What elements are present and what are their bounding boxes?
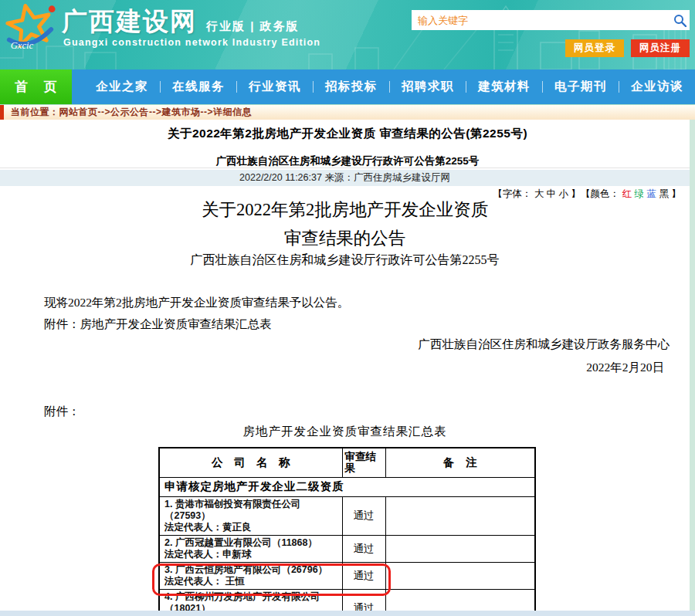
header-company: 公 司 名 称 xyxy=(159,448,342,477)
company-name: 3. 广西云恒房地产有限公司（26796） xyxy=(164,564,337,576)
article-title-line1: 关于2022年第2批房地产开发企业资质 xyxy=(0,195,690,224)
remark-cell xyxy=(385,562,535,589)
breadcrumb[interactable]: 当前位置：网站首页-->公示公告-->建筑市场-->详细信息 xyxy=(11,106,252,119)
header-result: 审查结果 xyxy=(342,448,385,477)
search-box xyxy=(412,10,690,30)
remark-cell xyxy=(385,535,535,562)
member-register-button[interactable]: 网员注册 xyxy=(631,39,690,57)
nav-item-industry-news[interactable]: 行业资讯 xyxy=(237,79,313,95)
main-navigation: 首 页 企业之家 在线服务 行业资讯 招标投标 招聘求职 建筑材料 电子期刊 企… xyxy=(0,69,695,104)
nav-item-bidding[interactable]: 招标投标 xyxy=(314,79,389,95)
legal-representative: 法定代表人：申新球 xyxy=(164,549,337,560)
nav-item-home[interactable]: 首 页 xyxy=(0,69,72,104)
breadcrumb-accent xyxy=(0,105,4,120)
nav-item-enterprise-interview[interactable]: 企业访谈 xyxy=(619,79,695,95)
review-result: 通过 xyxy=(342,496,385,535)
article-title: 关于2022年第2批房地产开发企业资质 审查结果的公告 xyxy=(0,195,690,252)
site-title-english: Guangxi construction network Industry Ed… xyxy=(63,37,320,48)
site-title: 广西建设网 xyxy=(62,5,197,39)
page: Gxcic 广西建设网 行业版 | 政务版 Guangxi constructi… xyxy=(0,0,695,616)
breadcrumb-bar: 当前位置：网站首页-->公示公告-->建筑市场-->详细信息 xyxy=(0,104,695,120)
table-row: 3. 广西云恒房地产有限公司（26796） 法定代表人： 王恒 通过 xyxy=(159,562,535,589)
legal-representative: 法定代表人：黄正良 xyxy=(164,522,337,533)
article-title-line2: 审查结果的公告 xyxy=(0,224,690,252)
site-logo-star-icon[interactable]: Gxcic xyxy=(5,2,57,55)
search-icon xyxy=(673,14,687,27)
search-button[interactable] xyxy=(670,10,690,30)
attachment-label: 附件： xyxy=(44,404,80,420)
article-paragraph: 现将2022年第2批房地产开发企业资质审查结果予以公告。 xyxy=(44,295,349,311)
logo-script-text: Gxcic xyxy=(11,40,34,51)
bottom-edge-strip xyxy=(0,611,695,616)
review-result: 通过 xyxy=(342,562,385,589)
nav-item-building-materials[interactable]: 建筑材料 xyxy=(466,79,542,95)
table-row: 1. 贵港市福创投资有限责任公司（27593） 法定代表人：黄正良 通过 xyxy=(159,496,535,535)
divider-line xyxy=(0,168,690,168)
legal-representative: 法定代表人： 王恒 xyxy=(164,576,337,587)
result-table-wrapper: 公 司 名 称 审查结果 备 注 申请核定房地产开发企业二级资质 1. 贵港市福… xyxy=(158,447,534,616)
article-subtitle: 广西壮族自治区住房和城乡建设厅行政许可公告第2255号 xyxy=(0,252,690,269)
issue-date: 2022年2月20日 xyxy=(586,360,664,376)
company-name: 2. 广西冠越置业有限公司（11868） xyxy=(164,537,337,549)
site-banner: Gxcic 广西建设网 行业版 | 政务版 Guangxi constructi… xyxy=(0,0,695,69)
table-section-row: 申请核定房地产开发企业二级资质 xyxy=(159,477,535,496)
nav-item-e-journal[interactable]: 电子期刊 xyxy=(543,79,619,95)
article-content: 关于2022年第2批房地产开发企业资质 审查结果的公告(第2255号) 广西壮族… xyxy=(0,120,695,616)
company-name: 1. 贵港市福创投资有限责任公司（27593） xyxy=(164,499,337,522)
review-result: 通过 xyxy=(342,535,385,562)
member-login-button[interactable]: 网员登录 xyxy=(565,39,624,57)
nav-item-enterprise-home[interactable]: 企业之家 xyxy=(84,79,160,95)
table-title: 房地产开发企业资质审查结果汇总表 xyxy=(0,424,690,440)
remark-cell xyxy=(385,496,535,535)
page-title: 关于2022年第2批房地产开发企业资质 审查结果的公告(第2255号) xyxy=(0,126,695,142)
issuer-signature: 广西壮族自治区住房和城乡建设厅政务服务中心 xyxy=(419,337,670,353)
search-input[interactable] xyxy=(412,10,670,30)
attachment-line: 附件：房地产开发企业资质审查结果汇总表 xyxy=(44,316,272,333)
edition-links[interactable]: 行业版 | 政务版 xyxy=(206,19,300,34)
nav-item-recruitment[interactable]: 招聘求职 xyxy=(390,79,466,95)
nav-item-online-service[interactable]: 在线服务 xyxy=(161,79,236,95)
result-table: 公 司 名 称 审查结果 备 注 申请核定房地产开发企业二级资质 1. 贵港市福… xyxy=(158,447,536,616)
table-row: 2. 广西冠越置业有限公司（11868） 法定代表人：申新球 通过 xyxy=(159,535,535,562)
page-subtitle: 广西壮族自治区住房和城乡建设厅行政许可公告第2255号 xyxy=(0,154,695,168)
page-right-margin xyxy=(690,120,695,616)
article-meta: 2022/2/20 11:26:37 来源：广西住房城乡建设厅网 xyxy=(0,170,690,186)
table-header-row: 公 司 名 称 审查结果 备 注 xyxy=(159,448,535,477)
header-remark: 备 注 xyxy=(385,448,535,477)
section-label: 申请核定房地产开发企业二级资质 xyxy=(159,477,535,496)
